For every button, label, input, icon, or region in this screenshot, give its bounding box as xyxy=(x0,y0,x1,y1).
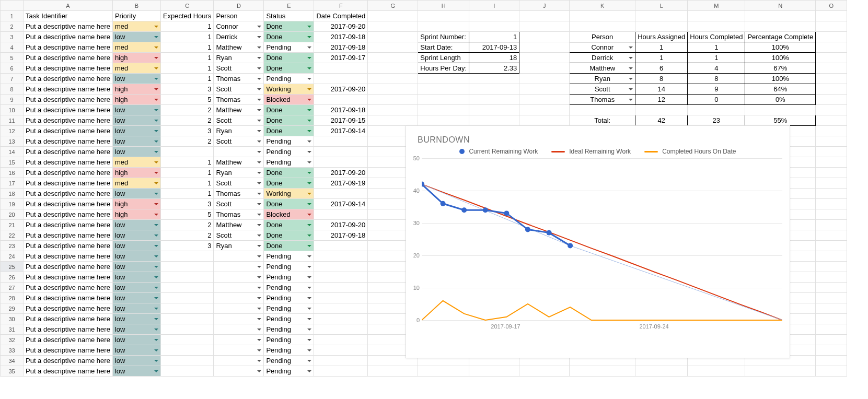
cell[interactable] xyxy=(469,84,519,95)
cell[interactable] xyxy=(368,115,418,126)
cell[interactable] xyxy=(816,189,847,199)
pct-cell[interactable]: 100% xyxy=(745,74,816,84)
person-dropdown[interactable]: Matthew xyxy=(214,42,264,53)
cell[interactable] xyxy=(519,63,570,74)
cell[interactable] xyxy=(688,21,745,32)
row-header[interactable]: 18 xyxy=(1,189,24,199)
date-cell[interactable]: 2017-09-20 xyxy=(314,84,368,95)
priority-dropdown[interactable]: med xyxy=(112,63,160,74)
row-header[interactable]: 27 xyxy=(1,283,24,293)
row-header[interactable]: 4 xyxy=(1,42,24,53)
column-header[interactable]: I xyxy=(469,1,519,11)
person-dropdown[interactable]: Derrick xyxy=(214,32,264,42)
status-dropdown[interactable]: Pending xyxy=(264,314,314,324)
date-cell[interactable]: 2017-09-18 xyxy=(314,32,368,42)
status-dropdown[interactable]: Pending xyxy=(264,324,314,335)
header-cell[interactable]: Status xyxy=(264,11,314,21)
task-name-cell[interactable]: Put a descriptive name here xyxy=(24,53,113,63)
hours-cell[interactable]: 1 xyxy=(160,74,214,84)
cell[interactable] xyxy=(519,21,570,32)
cell[interactable] xyxy=(368,105,418,115)
header-cell[interactable]: Person xyxy=(214,11,264,21)
cell[interactable] xyxy=(570,105,635,115)
person-dropdown[interactable] xyxy=(214,262,264,272)
column-header[interactable]: D xyxy=(214,1,264,11)
hours-cell[interactable]: 1 xyxy=(160,189,214,199)
pct-cell[interactable]: 64% xyxy=(745,84,816,95)
cell[interactable] xyxy=(469,105,519,115)
cell[interactable] xyxy=(745,105,816,115)
pct-cell[interactable]: 100% xyxy=(745,53,816,63)
assigned-cell[interactable]: 6 xyxy=(635,63,688,74)
date-cell[interactable]: 2017-09-14 xyxy=(314,126,368,136)
task-name-cell[interactable]: Put a descriptive name here xyxy=(24,366,113,377)
row-header[interactable]: 24 xyxy=(1,251,24,262)
header-cell[interactable]: Expected Hours xyxy=(160,11,214,21)
person-dropdown[interactable] xyxy=(214,293,264,303)
date-cell[interactable]: 2017-09-15 xyxy=(314,115,368,126)
date-cell[interactable] xyxy=(314,356,368,366)
row-header[interactable]: 14 xyxy=(1,147,24,157)
priority-dropdown[interactable]: med xyxy=(112,178,160,189)
person-dropdown[interactable]: Ryan xyxy=(214,53,264,63)
hours-cell[interactable]: 2 xyxy=(160,136,214,147)
cell[interactable] xyxy=(635,366,688,377)
column-header[interactable]: M xyxy=(688,1,745,11)
cell[interactable] xyxy=(418,21,469,32)
hours-cell[interactable]: 1 xyxy=(160,178,214,189)
date-cell[interactable] xyxy=(314,95,368,105)
priority-dropdown[interactable]: low xyxy=(112,324,160,335)
column-header[interactable]: G xyxy=(368,1,418,11)
status-dropdown[interactable]: Done xyxy=(264,63,314,74)
status-dropdown[interactable]: Blocked xyxy=(264,95,314,105)
cell[interactable] xyxy=(368,63,418,74)
pct-cell[interactable]: 100% xyxy=(745,42,816,53)
date-cell[interactable]: 2017-09-17 xyxy=(314,53,368,63)
hours-cell[interactable]: 1 xyxy=(160,63,214,74)
completed-cell[interactable]: 0 xyxy=(688,95,745,105)
cell[interactable] xyxy=(418,74,469,84)
priority-dropdown[interactable]: low xyxy=(112,105,160,115)
hours-cell[interactable]: 1 xyxy=(160,32,214,42)
row-header[interactable]: 12 xyxy=(1,126,24,136)
task-name-cell[interactable]: Put a descriptive name here xyxy=(24,209,113,220)
hours-cell[interactable]: 1 xyxy=(160,168,214,178)
hours-cell[interactable]: 1 xyxy=(160,157,214,168)
person-dropdown[interactable]: Thomas xyxy=(214,189,264,199)
priority-dropdown[interactable]: med xyxy=(112,42,160,53)
hours-cell[interactable] xyxy=(160,303,214,314)
cell[interactable] xyxy=(816,105,847,115)
row-header[interactable]: 32 xyxy=(1,335,24,345)
person-dropdown[interactable] xyxy=(214,272,264,283)
cell[interactable] xyxy=(816,178,847,189)
row-header[interactable]: 26 xyxy=(1,272,24,283)
person-dropdown[interactable]: Thomas xyxy=(214,74,264,84)
status-dropdown[interactable]: Pending xyxy=(264,356,314,366)
cell[interactable] xyxy=(816,168,847,178)
row-header[interactable]: 2 xyxy=(1,21,24,32)
hours-cell[interactable]: 2 xyxy=(160,230,214,241)
row-header[interactable]: 8 xyxy=(1,84,24,95)
sprint-value-cell[interactable]: 2.33 xyxy=(469,63,519,74)
person-dropdown[interactable] xyxy=(214,314,264,324)
cell[interactable] xyxy=(816,345,847,356)
person-dropdown[interactable] xyxy=(214,345,264,356)
task-name-cell[interactable]: Put a descriptive name here xyxy=(24,105,113,115)
cell[interactable] xyxy=(816,53,847,63)
row-header[interactable]: 22 xyxy=(1,230,24,241)
date-cell[interactable]: 2017-09-19 xyxy=(314,178,368,189)
row-header[interactable]: 34 xyxy=(1,356,24,366)
row-header[interactable]: 25 xyxy=(1,262,24,272)
sprint-label-cell[interactable]: Sprint Number: xyxy=(418,32,469,42)
task-name-cell[interactable]: Put a descriptive name here xyxy=(24,293,113,303)
column-header[interactable]: K xyxy=(570,1,635,11)
assigned-cell[interactable]: 14 xyxy=(635,84,688,95)
task-name-cell[interactable]: Put a descriptive name here xyxy=(24,335,113,345)
status-dropdown[interactable]: Done xyxy=(264,241,314,251)
completed-cell[interactable]: 1 xyxy=(688,53,745,63)
total-label-cell[interactable]: Total: xyxy=(570,115,635,126)
task-name-cell[interactable]: Put a descriptive name here xyxy=(24,115,113,126)
column-header[interactable]: J xyxy=(519,1,570,11)
status-dropdown[interactable]: Pending xyxy=(264,283,314,293)
hours-cell[interactable]: 5 xyxy=(160,95,214,105)
